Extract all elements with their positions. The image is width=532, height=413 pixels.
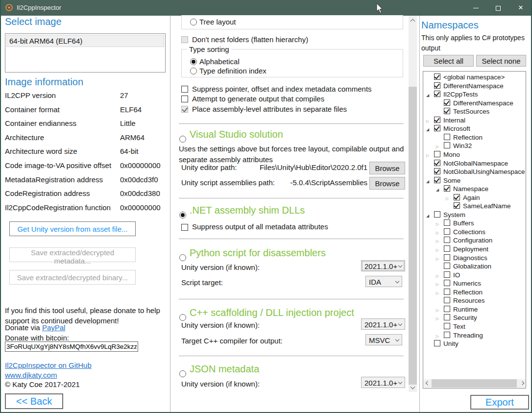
tree-item-mono[interactable]: ▷Mono — [423, 150, 526, 159]
tree-item-win32[interactable]: ▷Win32 — [423, 142, 526, 150]
expand-icon[interactable]: ▷ — [436, 220, 439, 228]
expand-icon[interactable]: ▷ — [436, 280, 439, 289]
namespace-checkbox[interactable] — [444, 228, 450, 235]
tree-item-differentnamespace[interactable]: DifferentNamespace — [423, 99, 526, 108]
export-button[interactable]: Export — [470, 395, 529, 410]
namespace-checkbox[interactable] — [444, 332, 450, 338]
namespace-checkbox[interactable] — [434, 117, 440, 123]
select-none-button[interactable]: Select none — [476, 55, 526, 67]
expand-icon[interactable]: ▷ — [446, 194, 449, 203]
namespace-checkbox[interactable] — [444, 263, 450, 269]
tree-item-deployment[interactable]: ▷Deployment — [423, 245, 526, 254]
tree-item-reflection[interactable]: ▷Reflection — [423, 288, 526, 297]
scroll-down-icon[interactable] — [411, 385, 415, 389]
collapse-icon[interactable]: ◢ — [426, 125, 429, 134]
namespace-checkbox[interactable] — [444, 245, 450, 252]
tree-item-resources[interactable]: Resources — [423, 296, 526, 305]
namespace-checkbox[interactable] — [434, 82, 440, 89]
namespace-checkbox[interactable] — [434, 73, 440, 80]
tree-item-diagnostics[interactable]: ▷Diagnostics — [423, 254, 526, 263]
scroll-left-icon[interactable] — [426, 381, 430, 385]
tree-item-il2cpptests[interactable]: ◢Il2CppTests — [423, 90, 526, 99]
scrollbar-thumb[interactable] — [409, 87, 417, 385]
namespace-checkbox[interactable] — [434, 91, 440, 97]
namespace-checkbox[interactable] — [454, 194, 460, 200]
namespace-checkbox[interactable] — [444, 306, 450, 312]
paypal-link[interactable]: PayPal — [42, 323, 66, 332]
save-metadata-button[interactable]: Save extracted/decrypted metadata... — [9, 247, 136, 262]
namespace-checkbox[interactable] — [434, 340, 440, 346]
type-definition-index-radio[interactable] — [190, 68, 197, 74]
namespace-checkbox[interactable] — [444, 297, 450, 303]
tree-item-buffers[interactable]: ▷Buffers — [423, 219, 526, 228]
select-all-button[interactable]: Select all — [423, 55, 474, 67]
minimize-button[interactable] — [464, 0, 487, 16]
tree-item-text[interactable]: Text — [423, 322, 526, 331]
namespace-checkbox[interactable] — [444, 289, 450, 295]
expand-icon[interactable]: ▷ — [436, 229, 439, 237]
tree-horizontal-scrollbar[interactable] — [424, 379, 526, 388]
namespace-checkbox[interactable] — [434, 160, 440, 166]
python-unity-version-select[interactable]: 2021.1.0+ — [361, 260, 405, 271]
expand-icon[interactable]: ▷ — [436, 255, 439, 263]
namespace-checkbox[interactable] — [434, 125, 440, 131]
collapse-icon[interactable]: ◢ — [426, 212, 429, 220]
namespace-checkbox[interactable] — [444, 99, 450, 106]
json-metadata-radio[interactable] — [179, 370, 186, 377]
expand-icon[interactable]: ▷ — [426, 151, 429, 160]
flatten-hierarchy-checkbox[interactable] — [181, 36, 188, 43]
tree-item-differentnamespace[interactable]: DifferentNamespace — [423, 82, 526, 91]
github-link[interactable]: Il2CppInspector on GitHub — [5, 361, 92, 369]
browse-editor-path-button[interactable]: Browse — [369, 162, 405, 174]
namespace-checkbox[interactable] — [434, 168, 440, 174]
tree-item-sameleafname[interactable]: SameLeafName — [423, 202, 526, 211]
tree-item-notglobalusingnamespace[interactable]: NotGlobalUsingNamespace — [423, 168, 526, 176]
tree-item-io[interactable]: ▷IO — [423, 271, 526, 280]
tree-item-microsoft[interactable]: ◢Microsoft — [423, 124, 526, 133]
attempt-compile-checkbox[interactable] — [181, 96, 188, 102]
namespace-checkbox[interactable] — [444, 237, 450, 243]
suppress-comments-checkbox[interactable] — [181, 86, 188, 93]
tree-item-security[interactable]: ▷Security — [423, 314, 526, 322]
tree-item-configuration[interactable]: ▷Configuration — [423, 236, 526, 245]
tree-item-namespace[interactable]: ◢Namespace — [423, 185, 526, 194]
namespace-checkbox[interactable] — [444, 314, 450, 320]
expand-icon[interactable]: ▷ — [436, 246, 439, 254]
namespace-checkbox[interactable] — [444, 323, 450, 329]
tree-item-collections[interactable]: ▷Collections — [423, 228, 526, 237]
dotnet-shim-radio[interactable] — [179, 212, 186, 219]
scrollbar-thumb[interactable] — [432, 379, 517, 388]
collapse-icon[interactable]: ◢ — [436, 186, 439, 194]
tree-item-some[interactable]: ◢Some — [423, 176, 526, 185]
expand-icon[interactable]: ▷ — [436, 272, 439, 280]
close-button[interactable]: ✕ — [509, 0, 532, 16]
bitcoin-address-input[interactable] — [5, 341, 138, 352]
tree-item-numerics[interactable]: ▷Numerics — [423, 279, 526, 288]
visual-studio-radio[interactable] — [179, 136, 186, 143]
namespace-checkbox[interactable] — [444, 108, 450, 114]
get-unity-version-button[interactable]: Get Unity version from asset file... — [9, 221, 136, 236]
expand-icon[interactable]: ▷ — [436, 143, 439, 151]
python-script-radio[interactable] — [179, 254, 186, 261]
namespace-checkbox[interactable] — [444, 219, 450, 226]
namespace-checkbox[interactable] — [444, 185, 450, 192]
image-listbox[interactable]: 64-bit ARM64 (ELF64) — [5, 33, 166, 73]
website-link[interactable]: www.djkaty.com — [5, 371, 57, 379]
expand-icon[interactable]: ▷ — [436, 306, 439, 315]
tree-item-reflection[interactable]: Reflection — [423, 133, 526, 142]
tree-item-unity[interactable]: Unity — [423, 340, 526, 348]
expand-icon[interactable]: ▷ — [436, 289, 439, 297]
namespace-checkbox[interactable] — [454, 202, 460, 209]
back-button[interactable]: << Back — [5, 393, 63, 409]
namespace-checkbox[interactable] — [434, 211, 440, 218]
namespace-checkbox[interactable] — [434, 177, 440, 183]
namespace-checkbox[interactable] — [444, 142, 450, 148]
separate-attributes-checkbox[interactable] — [181, 106, 188, 113]
tree-item-again[interactable]: ▷Again — [423, 194, 526, 202]
cpp-unity-version-select[interactable]: 2021.1.0+ — [361, 318, 405, 330]
tree-item-system[interactable]: ◢System — [423, 211, 526, 219]
scroll-right-icon[interactable] — [520, 381, 524, 385]
browse-assemblies-path-button[interactable]: Browse — [369, 177, 405, 190]
tree-item-threading[interactable]: ▷Threading — [423, 331, 526, 340]
cpp-scaffolding-radio[interactable] — [179, 314, 186, 321]
